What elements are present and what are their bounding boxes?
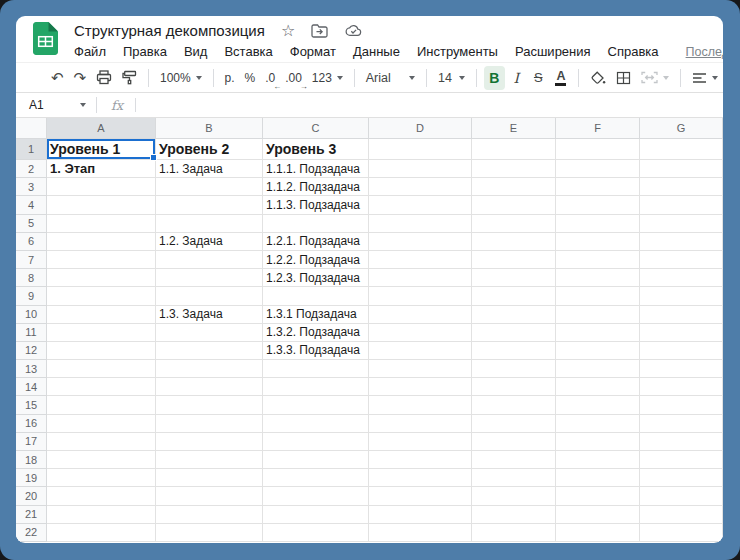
cell-E20[interactable]: [472, 487, 556, 505]
cell-C1[interactable]: Уровень 3: [263, 139, 369, 160]
cell-C13[interactable]: [263, 360, 369, 378]
cell-B19[interactable]: [156, 469, 263, 487]
cell-F10[interactable]: [556, 306, 640, 324]
cell-D13[interactable]: [369, 360, 472, 378]
font-family-select[interactable]: Arial: [362, 66, 420, 90]
row-header-4[interactable]: 4: [16, 196, 47, 214]
borders-button[interactable]: [612, 66, 635, 90]
cell-G10[interactable]: [640, 306, 723, 324]
cell-B12[interactable]: [156, 342, 263, 360]
cell-C19[interactable]: [263, 469, 369, 487]
cell-D2[interactable]: [369, 160, 472, 178]
redo-button[interactable]: ↷: [70, 66, 91, 90]
cell-D16[interactable]: [369, 415, 472, 433]
font-size-select[interactable]: 14: [434, 66, 469, 90]
cell-G21[interactable]: [640, 506, 723, 524]
row-header-17[interactable]: 17: [16, 433, 47, 451]
cell-C21[interactable]: [263, 506, 369, 524]
currency-format-button[interactable]: р.: [220, 66, 238, 90]
cell-E22[interactable]: [472, 524, 556, 542]
cell-A16[interactable]: [47, 415, 156, 433]
row-header-20[interactable]: 20: [16, 487, 47, 505]
cell-A21[interactable]: [47, 506, 156, 524]
cell-D21[interactable]: [369, 506, 472, 524]
cell-E11[interactable]: [472, 324, 556, 342]
cell-A4[interactable]: [47, 196, 156, 214]
cell-B13[interactable]: [156, 360, 263, 378]
menu-item-help[interactable]: Справка: [608, 44, 659, 59]
cell-G12[interactable]: [640, 342, 723, 360]
row-header-1[interactable]: 1: [16, 139, 47, 160]
row-header-21[interactable]: 21: [16, 506, 47, 524]
cell-F13[interactable]: [556, 360, 640, 378]
cell-F16[interactable]: [556, 415, 640, 433]
cell-A2[interactable]: 1. Этап: [47, 160, 156, 178]
row-header-14[interactable]: 14: [16, 378, 47, 396]
cell-B3[interactable]: [156, 178, 263, 196]
cell-G22[interactable]: [640, 524, 723, 542]
row-header-10[interactable]: 10: [16, 306, 47, 324]
increase-decimal-button[interactable]: .00→: [281, 66, 306, 90]
document-title[interactable]: Структурная декомпозиция: [74, 22, 265, 39]
cell-B8[interactable]: [156, 269, 263, 287]
cell-G16[interactable]: [640, 415, 723, 433]
cell-C22[interactable]: [263, 524, 369, 542]
cell-B16[interactable]: [156, 415, 263, 433]
cell-G4[interactable]: [640, 196, 723, 214]
cell-D1[interactable]: [369, 139, 472, 160]
cell-B21[interactable]: [156, 506, 263, 524]
row-header-8[interactable]: 8: [16, 269, 47, 287]
cell-E3[interactable]: [472, 178, 556, 196]
cell-G20[interactable]: [640, 487, 723, 505]
cell-D8[interactable]: [369, 269, 472, 287]
cell-E19[interactable]: [472, 469, 556, 487]
grid-corner[interactable]: [16, 118, 47, 139]
menu-item-view[interactable]: Вид: [184, 44, 208, 59]
row-header-9[interactable]: 9: [16, 287, 47, 305]
cell-D22[interactable]: [369, 524, 472, 542]
column-header-D[interactable]: D: [369, 118, 472, 139]
row-header-6[interactable]: 6: [16, 233, 47, 251]
cell-G1[interactable]: [640, 139, 723, 160]
cell-F7[interactable]: [556, 251, 640, 269]
cell-C5[interactable]: [263, 215, 369, 233]
cell-D5[interactable]: [369, 215, 472, 233]
cell-E18[interactable]: [472, 451, 556, 469]
cell-B17[interactable]: [156, 433, 263, 451]
cell-C11[interactable]: 1.3.2. Подзадача: [263, 324, 369, 342]
column-header-F[interactable]: F: [556, 118, 640, 139]
row-header-12[interactable]: 12: [16, 342, 47, 360]
cell-F22[interactable]: [556, 524, 640, 542]
cell-F19[interactable]: [556, 469, 640, 487]
paint-format-button[interactable]: [118, 66, 141, 90]
cell-F2[interactable]: [556, 160, 640, 178]
column-header-B[interactable]: B: [156, 118, 263, 139]
cell-G7[interactable]: [640, 251, 723, 269]
cell-F1[interactable]: [556, 139, 640, 160]
cell-D10[interactable]: [369, 306, 472, 324]
cell-B6[interactable]: 1.2. Задача: [156, 233, 263, 251]
cell-A3[interactable]: [47, 178, 156, 196]
italic-button[interactable]: I: [507, 66, 526, 90]
cell-A18[interactable]: [47, 451, 156, 469]
cell-B9[interactable]: [156, 287, 263, 305]
cell-C15[interactable]: [263, 396, 369, 414]
last-edit-link[interactable]: Последнее изменен: [686, 45, 723, 59]
cell-F17[interactable]: [556, 433, 640, 451]
cell-F20[interactable]: [556, 487, 640, 505]
row-header-3[interactable]: 3: [16, 178, 47, 196]
cell-A12[interactable]: [47, 342, 156, 360]
cell-C4[interactable]: 1.1.3. Подзадача: [263, 196, 369, 214]
cell-D15[interactable]: [369, 396, 472, 414]
formula-input[interactable]: [136, 93, 723, 117]
cell-E1[interactable]: [472, 139, 556, 160]
fill-handle[interactable]: [150, 154, 157, 161]
cell-A7[interactable]: [47, 251, 156, 269]
cell-A17[interactable]: [47, 433, 156, 451]
cell-G2[interactable]: [640, 160, 723, 178]
cell-C20[interactable]: [263, 487, 369, 505]
cell-E12[interactable]: [472, 342, 556, 360]
cell-G17[interactable]: [640, 433, 723, 451]
menu-item-format[interactable]: Формат: [290, 44, 336, 59]
menu-item-data[interactable]: Данные: [353, 44, 400, 59]
